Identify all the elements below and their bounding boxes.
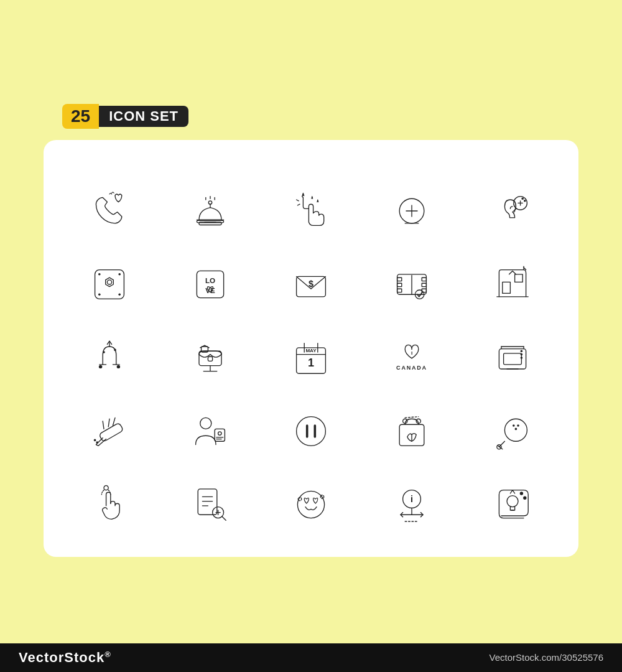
svg-rect-67 [504, 353, 522, 365]
svg-point-29 [118, 293, 121, 296]
svg-point-22 [524, 200, 526, 202]
doc-search-icon [163, 471, 258, 538]
svg-point-27 [118, 273, 121, 276]
svg-point-74 [521, 357, 523, 359]
svg-point-50 [117, 365, 120, 368]
svg-rect-75 [99, 422, 124, 442]
svg-marker-9 [302, 193, 304, 196]
svg-rect-38 [397, 289, 402, 292]
svg-rect-40 [422, 283, 426, 286]
svg-point-72 [521, 350, 523, 352]
svg-text:I: I [411, 351, 412, 357]
svg-marker-24 [106, 278, 114, 286]
svg-line-97 [499, 441, 504, 447]
svg-line-12 [297, 200, 299, 201]
svg-rect-37 [397, 283, 402, 286]
love-text-icon: LO VE [163, 251, 258, 318]
love-face-icon [264, 471, 358, 538]
mailbox-icon [163, 324, 258, 391]
icons-grid: LO VE $ [62, 177, 560, 538]
svg-point-96 [515, 428, 518, 431]
svg-marker-11 [317, 200, 318, 202]
bowling-icon [465, 398, 560, 465]
house-plan-icon [465, 251, 560, 318]
svg-rect-54 [208, 357, 212, 361]
svg-point-49 [99, 365, 102, 368]
film-check-icon [364, 251, 459, 318]
calendar-may-icon: MAY 1 [264, 324, 358, 391]
svg-marker-10 [312, 197, 313, 199]
eco-bag-icon [364, 398, 459, 465]
svg-rect-45 [515, 274, 523, 282]
settings-hex-icon [62, 251, 157, 318]
svg-point-25 [107, 280, 111, 284]
svg-point-83 [218, 432, 221, 435]
svg-point-120 [523, 497, 526, 500]
svg-point-52 [114, 349, 116, 352]
svg-line-78 [113, 418, 115, 426]
svg-point-117 [507, 496, 518, 507]
main-card: LO VE $ [44, 140, 578, 557]
person-id-icon [163, 398, 258, 465]
svg-line-77 [108, 419, 109, 427]
svg-text:i: i [411, 494, 413, 504]
svg-line-92 [405, 417, 419, 418]
svg-text:$: $ [309, 279, 313, 289]
svg-point-81 [200, 418, 211, 429]
hotel-bell-icon [163, 177, 258, 245]
idea-scroll-icon [465, 471, 560, 538]
svg-point-86 [297, 417, 326, 446]
svg-point-21 [521, 197, 524, 200]
money-mail-icon: $ [264, 251, 358, 318]
svg-point-119 [520, 492, 523, 495]
svg-point-100 [104, 485, 108, 490]
pause-circle-icon [264, 398, 358, 465]
magnet-up-icon [62, 324, 157, 391]
registered-mark: ® [104, 650, 111, 659]
svg-line-76 [103, 421, 104, 429]
svg-point-2 [208, 201, 211, 204]
svg-line-106 [222, 516, 226, 520]
svg-point-93 [504, 419, 527, 441]
svg-point-109 [297, 491, 324, 518]
svg-point-26 [98, 273, 101, 276]
svg-rect-101 [198, 489, 217, 515]
canada-love-icon: I CANADA [364, 324, 459, 391]
footer-url: VectorStock.com/30525576 [490, 652, 603, 663]
svg-point-94 [513, 424, 515, 427]
header-badge: 25 ICON SET [62, 104, 188, 129]
svg-rect-8 [197, 220, 223, 223]
svg-rect-53 [199, 351, 221, 365]
footer-bar: VectorStock® VectorStock.com/30525576 [0, 643, 622, 672]
svg-point-73 [521, 353, 523, 356]
badge-number: 25 [62, 104, 99, 129]
phone-love-icon [62, 177, 157, 245]
svg-text:MAY: MAY [305, 348, 317, 353]
svg-point-95 [517, 424, 519, 427]
add-circle-icon [364, 177, 459, 245]
magic-finger-icon [264, 177, 358, 245]
svg-text:LO: LO [205, 276, 215, 284]
svg-rect-39 [422, 278, 426, 281]
vectorstock-logo: VectorStock® [19, 650, 111, 666]
info-direction-icon: i [364, 471, 459, 538]
ear-chat-icon [465, 177, 560, 245]
touch-gesture-icon [62, 471, 157, 538]
svg-point-80 [94, 439, 96, 442]
svg-rect-36 [397, 278, 402, 281]
badge-title: ICON SET [99, 106, 188, 127]
svg-rect-44 [503, 282, 511, 293]
svg-point-79 [96, 441, 98, 444]
svg-point-51 [103, 351, 105, 353]
svg-text:1: 1 [308, 357, 314, 369]
svg-text:CANADA: CANADA [396, 365, 427, 371]
saw-tool-icon [62, 398, 157, 465]
svg-line-13 [297, 204, 300, 205]
svg-point-28 [98, 293, 101, 296]
tv-box-icon [465, 324, 560, 391]
